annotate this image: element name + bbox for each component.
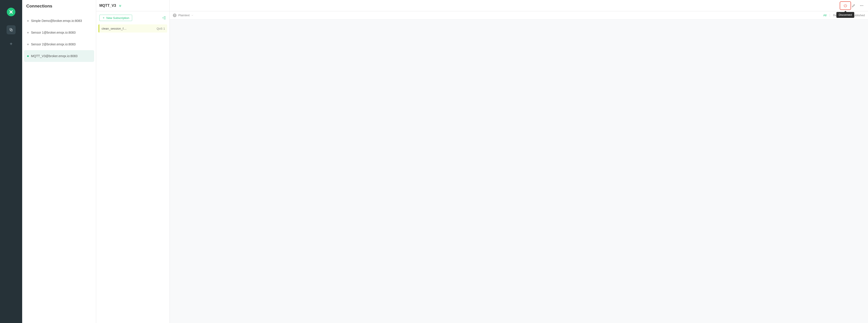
message-area bbox=[170, 20, 868, 323]
status-dot bbox=[27, 55, 29, 57]
subscription-item[interactable]: clean_session_f… QoS 1 bbox=[98, 25, 167, 33]
filter-left: ? Plaintext bbox=[173, 13, 194, 17]
connection-label: Simple Demo@broker.emqx.io:8083 bbox=[31, 19, 82, 23]
edit-button[interactable] bbox=[850, 2, 857, 9]
status-dot bbox=[27, 32, 29, 33]
tab-all[interactable]: All bbox=[823, 13, 826, 17]
status-dot bbox=[27, 44, 29, 45]
connection-item[interactable]: Sensor 1@broker.emqx.io:8083 bbox=[24, 27, 94, 38]
filter-bar: ? Plaintext All Received Published bbox=[170, 11, 868, 20]
nav-rail bbox=[0, 0, 22, 323]
subscription-topic: clean_session_f… bbox=[102, 27, 155, 30]
svg-point-11 bbox=[863, 5, 863, 6]
format-select[interactable]: Plaintext bbox=[178, 13, 194, 17]
chevron-down-icon bbox=[191, 14, 194, 17]
header-actions: Disconnect bbox=[842, 2, 865, 9]
status-dot bbox=[27, 20, 29, 22]
format-label: Plaintext bbox=[178, 13, 190, 17]
copy-icon bbox=[9, 28, 13, 32]
subscription-toolbar: New Subscription bbox=[96, 11, 169, 25]
logo-icon bbox=[9, 9, 13, 14]
connection-item-active[interactable]: MQTT_V3@broker.emqx.io:8083 bbox=[24, 50, 94, 62]
collapse-subscriptions[interactable] bbox=[162, 16, 166, 20]
new-subscription-button[interactable]: New Subscription bbox=[99, 15, 132, 21]
collapse-icon bbox=[162, 16, 166, 20]
dots-horizontal-icon bbox=[860, 4, 864, 8]
svg-point-10 bbox=[862, 5, 862, 6]
new-subscription-label: New Subscription bbox=[106, 16, 129, 20]
svg-point-9 bbox=[860, 5, 861, 6]
subscription-color-stripe bbox=[98, 25, 99, 33]
help-icon[interactable]: ? bbox=[173, 13, 177, 17]
app-logo bbox=[7, 8, 16, 16]
connection-item[interactable]: Sensor 2@broker.emqx.io:8083 bbox=[24, 38, 94, 50]
connection-header: MQTT_V3 bbox=[96, 0, 169, 11]
expand-connection[interactable] bbox=[118, 4, 122, 7]
pencil-icon bbox=[851, 4, 856, 8]
connection-list: Simple Demo@broker.emqx.io:8083 Sensor 1… bbox=[22, 15, 96, 62]
connection-label: Sensor 2@broker.emqx.io:8083 bbox=[31, 42, 75, 46]
connection-name: MQTT_V3 bbox=[99, 4, 116, 8]
power-icon bbox=[843, 4, 847, 8]
subscription-qos: QoS 1 bbox=[157, 27, 165, 30]
main-header: Disconnect bbox=[170, 0, 868, 11]
more-menu-button[interactable] bbox=[859, 2, 865, 9]
subscription-list: clean_session_f… QoS 1 bbox=[96, 25, 169, 33]
chevron-double-down-icon bbox=[118, 4, 122, 7]
plus-icon bbox=[9, 42, 13, 46]
connection-label: MQTT_V3@broker.emqx.io:8083 bbox=[31, 54, 78, 58]
connection-item[interactable]: Simple Demo@broker.emqx.io:8083 bbox=[24, 15, 94, 27]
message-panel: Disconnect ? Plaintext All Received Publ… bbox=[170, 0, 868, 323]
plus-icon bbox=[102, 16, 105, 19]
subscription-panel: MQTT_V3 New Subscription clean_session_f… bbox=[96, 0, 170, 323]
sidebar-title: Connections bbox=[22, 4, 96, 15]
connections-sidebar: Connections Simple Demo@broker.emqx.io:8… bbox=[22, 0, 96, 323]
nav-connections[interactable] bbox=[6, 25, 16, 34]
connection-label: Sensor 1@broker.emqx.io:8083 bbox=[31, 31, 75, 34]
nav-add[interactable] bbox=[6, 39, 16, 48]
disconnect-button[interactable]: Disconnect bbox=[842, 2, 848, 9]
disconnect-tooltip: Disconnect bbox=[836, 12, 854, 18]
